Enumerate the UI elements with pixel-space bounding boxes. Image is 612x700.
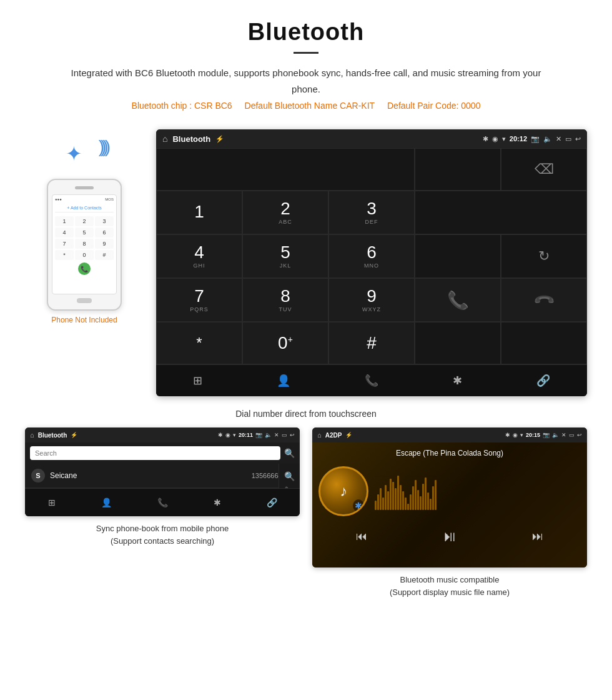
pb-nav-contact[interactable]: 👤: [94, 495, 119, 510]
wave-bar: [400, 485, 402, 510]
phone-key-2[interactable]: 2: [75, 216, 94, 226]
dialer-empty-1: [415, 148, 501, 191]
vol-status-icon[interactable]: 🔈: [543, 135, 552, 143]
wave-bar: [390, 479, 392, 510]
dialer-grid: ⌫ 1 2 ABC 3 DEF 4 GHI 5 JK: [156, 148, 587, 364]
pb-nav-phone[interactable]: 📞: [150, 495, 175, 510]
back-status-icon[interactable]: ↩: [575, 135, 581, 143]
pb-nav-link[interactable]: 🔗: [259, 495, 285, 510]
pb-nav-bt[interactable]: ✱: [206, 495, 229, 510]
nav-phone-button[interactable]: 📞: [357, 371, 386, 390]
music-status-bar: ⌂ A2DP ⚡ ✱ ◉ ▾ 20:15 📷 🔈 ✕ ▭ ↩: [312, 428, 587, 442]
caption-right-line1: Bluetooth music compatible: [400, 575, 500, 584]
wave-bar: [427, 492, 429, 510]
nav-contact-button[interactable]: 👤: [269, 371, 298, 390]
dialer-key-0[interactable]: 0+: [242, 322, 328, 364]
dialer-key-hash[interactable]: #: [328, 322, 415, 364]
wave-bar: [380, 488, 382, 510]
nav-bt-button[interactable]: ✱: [445, 371, 470, 390]
wave-bar: [435, 480, 437, 510]
wifi-signal-icon: )))): [99, 138, 107, 156]
caption-right-line2: (Support display music file name): [390, 588, 510, 597]
pb-home-icon[interactable]: ⌂: [30, 431, 34, 439]
nav-grid-button[interactable]: ⊞: [185, 371, 210, 390]
dialer-empty-4: [415, 322, 501, 364]
camera-status-icon[interactable]: 📷: [531, 135, 540, 143]
dialer-key-6[interactable]: 6 MNO: [328, 234, 415, 278]
dialer-empty-5: [501, 322, 587, 364]
spec-name: Default Bluetooth Name CAR-KIT: [245, 101, 375, 111]
wave-bar: [402, 491, 404, 510]
backspace-cell[interactable]: ⌫: [501, 148, 587, 191]
phone-key-9[interactable]: 9: [95, 239, 114, 249]
wave-bar: [410, 494, 412, 510]
pb-status-bar: ⌂ Bluetooth ⚡ ✱ ◉ ▾ 20:11 📷 🔈 ✕ ▭ ↩: [25, 428, 300, 442]
page-header: Bluetooth Integrated with BC6 Bluetooth …: [0, 0, 612, 117]
phone-key-hash[interactable]: #: [95, 250, 114, 260]
home-icon[interactable]: ⌂: [162, 134, 167, 144]
wave-bar: [385, 485, 387, 510]
dialer-status-bar: ⌂ Bluetooth ⚡ ✱ ◉ ▾ 20:12 📷 🔈 ✕ ▭ ↩: [156, 129, 587, 148]
reload-cell[interactable]: ↻: [501, 234, 587, 278]
dialer-key-1[interactable]: 1: [156, 191, 242, 234]
phone-call-button[interactable]: 📞: [78, 262, 91, 275]
music-home-icon[interactable]: ⌂: [317, 431, 322, 439]
pb-cam-icon: 📷: [255, 432, 262, 438]
bottom-section: ⌂ Bluetooth ⚡ ✱ ◉ ▾ 20:11 📷 🔈 ✕ ▭ ↩: [0, 428, 612, 611]
status-bar-left: ⌂ Bluetooth ⚡: [162, 134, 224, 144]
phone-key-3[interactable]: 3: [95, 216, 114, 226]
pb-search-side-icon[interactable]: 🔍: [284, 471, 295, 481]
phone-key-7[interactable]: 7: [55, 239, 74, 249]
pb-wifi-icon: ▾: [233, 432, 236, 438]
dialer-key-7[interactable]: 7 PQRS: [156, 278, 242, 322]
music-player-content: ♪ ✱: [318, 466, 581, 516]
dialer-key-8[interactable]: 8 TUV: [242, 278, 328, 322]
phone-key-1[interactable]: 1: [55, 216, 74, 226]
phonebook-card: ⌂ Bluetooth ⚡ ✱ ◉ ▾ 20:11 📷 🔈 ✕ ▭ ↩: [25, 428, 300, 598]
backspace-icon: ⌫: [535, 161, 554, 178]
pb-contact-row[interactable]: S Seicane 13566664466: [25, 464, 300, 488]
music-note-icon: ♪: [340, 482, 347, 500]
phone-key-5[interactable]: 5: [75, 228, 94, 238]
wave-bar: [382, 498, 384, 510]
phone-key-6[interactable]: 6: [95, 228, 114, 238]
loc-status-icon: ◉: [492, 135, 498, 143]
caption-main: Dial number direct from touchscreen: [0, 402, 612, 428]
status-bar-right: ✱ ◉ ▾ 20:12 📷 🔈 ✕ ▭ ↩: [483, 135, 581, 143]
dialer-key-9[interactable]: 9 WXYZ: [328, 278, 415, 322]
phone-key-0[interactable]: 0: [75, 250, 94, 260]
dialer-key-5[interactable]: 5 JKL: [242, 234, 328, 278]
reload-icon: ↻: [538, 248, 550, 264]
phone-key-star[interactable]: *: [55, 250, 74, 260]
pb-phone-side-icon[interactable]: 📞: [284, 486, 295, 488]
nav-link-button[interactable]: 🔗: [529, 371, 558, 390]
wave-bar: [377, 494, 379, 510]
call-red-cell[interactable]: 📞: [501, 278, 587, 322]
play-pause-button[interactable]: ⏯: [442, 528, 457, 545]
bt-status-icon: ✱: [483, 135, 488, 143]
dialer-key-star[interactable]: *: [156, 322, 242, 364]
main-section: ✦ )))) ●●● MOS + Add to Contacts 1 2 3 4…: [0, 117, 612, 402]
contact-avatar: S: [31, 469, 45, 482]
search-icon[interactable]: 🔍: [284, 448, 295, 458]
music-loc-icon: ◉: [513, 432, 518, 438]
music-win-icon: ▭: [569, 432, 575, 438]
pb-nav-grid[interactable]: ⊞: [41, 495, 63, 510]
pb-win-icon: ▭: [282, 432, 287, 438]
dialer-key-4[interactable]: 4 GHI: [156, 234, 242, 278]
prev-track-button[interactable]: ⏮: [356, 530, 367, 543]
window-status-icon[interactable]: ▭: [565, 135, 571, 143]
phone-key-4[interactable]: 4: [55, 228, 74, 238]
bluetooth-signal-area: ✦ )))): [59, 136, 109, 176]
phone-speaker: [75, 186, 94, 189]
phone-key-8[interactable]: 8: [75, 239, 94, 249]
phone-not-included-label: Phone Not Included: [51, 316, 117, 324]
call-green-cell[interactable]: 📞: [415, 278, 501, 322]
bluetooth-icon-large: ✦: [66, 142, 82, 166]
next-track-button[interactable]: ⏭: [532, 530, 543, 543]
close-status-icon[interactable]: ✕: [556, 135, 561, 143]
dialer-key-3[interactable]: 3 DEF: [328, 191, 415, 234]
phone-home-button[interactable]: [77, 298, 92, 303]
dialer-key-2[interactable]: 2 ABC: [242, 191, 328, 234]
pb-search-input[interactable]: [30, 446, 280, 460]
